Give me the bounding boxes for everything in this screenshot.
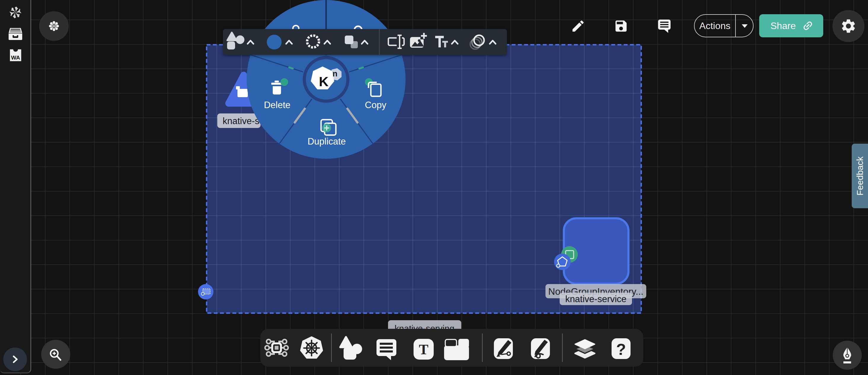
- svg-text:?: ?: [616, 340, 626, 358]
- svg-text:knative-service: knative-service: [565, 294, 627, 304]
- svg-text:K: K: [319, 74, 329, 89]
- svg-text:T: T: [419, 342, 428, 357]
- svg-text:n: n: [333, 69, 338, 78]
- svg-text:Delete: Delete: [264, 100, 290, 110]
- svg-text:Copy: Copy: [365, 100, 386, 110]
- svg-text:Duplicate: Duplicate: [307, 136, 346, 147]
- svg-text:WA: WA: [11, 55, 20, 61]
